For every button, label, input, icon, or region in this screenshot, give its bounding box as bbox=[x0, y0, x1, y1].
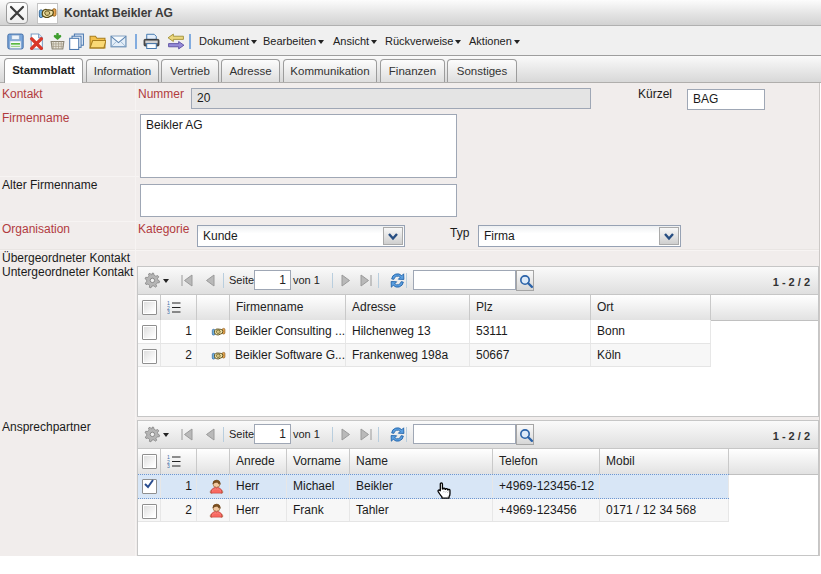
svg-text:3: 3 bbox=[167, 309, 170, 314]
svg-text:3: 3 bbox=[167, 463, 170, 468]
